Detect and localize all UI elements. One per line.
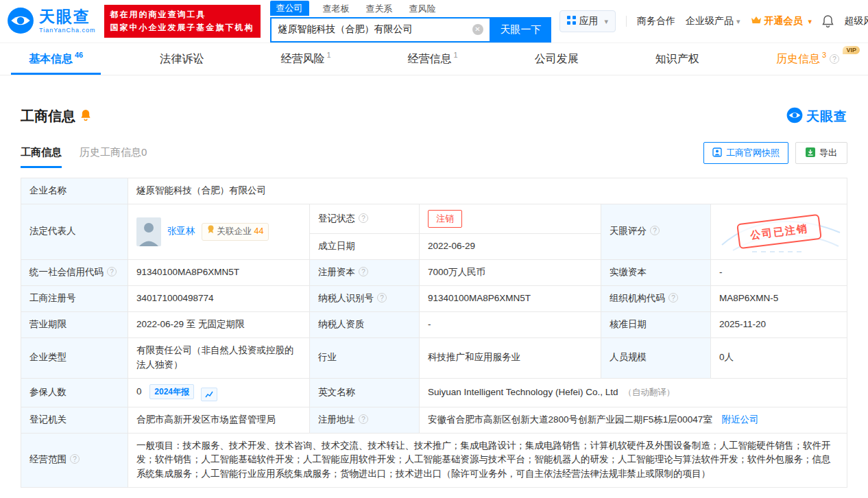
table-row: 经营范围 一般项目：技术服务、技术开发、技术咨询、技术交流、技术转让、技术推广；… [21,433,847,488]
help-icon[interactable] [359,213,368,223]
export-button[interactable]: 导出 [795,142,847,164]
tab-label: 经营信息 [408,52,452,67]
table-row: 企业类型 有限责任公司（非自然人投资或控股的法人独资） 行业 科技推广和应用服务… [21,337,847,378]
insured-value: 0 2024年报 [128,378,310,407]
table-row: 企业名称 燧原智能科技（合肥）有限公司 [21,178,847,204]
search-input-wrap [270,17,491,43]
notifications-bell-icon[interactable] [822,15,834,27]
export-button-label: 导出 [819,147,837,159]
section-title-text: 工商信息 [21,107,75,126]
address-label: 注册地址 [310,407,420,433]
credit-code-label: 统一社会信用代码 [21,259,128,285]
taxpayer-id-label: 纳税人识别号 [310,285,420,311]
paid-capital-label: 实缴资本 [601,259,711,285]
apps-menu-label: 应用 [579,15,599,27]
paid-capital-value: - [711,259,847,285]
reg-authority-value: 合肥市高新开发区市场监督管理局 [128,407,310,433]
approval-date-label: 核准日期 [601,311,711,337]
table-row: 参保人数 0 2024年报 英文名称 Suiyuan Intelligent T… [21,378,847,407]
table-row: 工商注册号 340171000498774 纳税人识别号 91340100MA8… [21,285,847,311]
tab-label: 历史信息 [776,52,820,67]
legal-rep-avatar[interactable] [136,217,161,246]
help-icon[interactable] [359,267,368,276]
insured-label: 参保人数 [21,378,128,407]
business-scope-value: 一般项目：技术服务、技术开发、技术咨询、技术交流、技术转让、技术推广；集成电路设… [128,433,847,488]
tab-history-info[interactable]: 历史信息 3 VIP [758,43,857,75]
crown-icon [751,16,762,27]
credit-code-value: 91340100MA8P6XMN5T [128,259,310,285]
search-tab-boss[interactable]: 查老板 [320,2,352,16]
watermark-logo-text: 天眼查 [806,108,847,126]
apps-menu-button[interactable]: 应用 [559,10,616,32]
tab-intellectual-property[interactable]: 知识产权 [638,43,717,75]
tab-company-development[interactable]: 公司发展 [517,43,596,75]
help-icon[interactable] [70,454,80,464]
company-name-value: 燧原智能科技（合肥）有限公司 [128,178,847,204]
subtab-business-info[interactable]: 工商信息 [21,146,62,168]
establish-date-label: 成立日期 [310,234,420,260]
nav-super-risk[interactable]: 超级风... [844,15,868,27]
vip-badge: VIP [843,46,860,54]
tab-label: 法律诉讼 [160,52,204,67]
business-term-label: 营业期限 [21,311,128,337]
nav-business-cooperation[interactable]: 商务合作 [637,15,675,27]
tab-label: 经营风险 [280,52,324,67]
tianyancha-logo[interactable]: 天眼查 TianYanCha.com [7,7,96,36]
reg-capital-value: 7000万人民币 [420,259,601,285]
tab-legal-litigation[interactable]: 法律诉讼 [142,43,221,75]
search-button[interactable]: 天眼一下 [491,17,551,43]
help-icon[interactable] [668,293,678,303]
apps-grid-icon [567,16,576,27]
clear-search-icon[interactable] [472,24,483,35]
company-name-label: 企业名称 [21,178,128,204]
search-tab-relation[interactable]: 查关系 [363,2,396,16]
snapshot-icon [712,147,722,159]
insured-count: 0 [136,386,142,396]
business-term-value: 2022-06-29 至 无固定期限 [128,311,310,337]
business-info-table: 企业名称 燧原智能科技（合肥）有限公司 法定代表人 张亚林 关联企业 44 [21,178,847,488]
snapshot-button-label: 工商官网快照 [726,147,780,159]
search-tab-company[interactable]: 查公司 [270,1,309,16]
subtab-history-business-info[interactable]: 历史工商信息0 [80,146,147,168]
address-value: 安徽省合肥市高新区创新大道2800号创新产业园二期F5栋1层00047室 附近公… [420,407,847,433]
search-input[interactable] [272,24,472,35]
promo-badge: 都在用的商业查询工具 国家中小企业发展子基金旗下机构 [104,5,261,37]
help-icon[interactable] [107,267,117,276]
legal-rep-link[interactable]: 张亚林 [167,224,195,239]
related-companies-label: 关联企业 [217,225,252,238]
tab-operating-info[interactable]: 经营信息 1 [390,43,476,75]
logo-subtext: TianYanCha.com [39,27,96,34]
search-tab-risk[interactable]: 查风险 [407,2,439,16]
reg-capital-label: 注册资本 [310,259,420,285]
export-excel-icon [806,147,815,159]
taxpayer-id-value: 91340100MA8P6XMN5T [420,285,601,311]
subscribe-bell-icon[interactable] [80,108,91,124]
nav-enterprise-products[interactable]: 企业级产品 [686,15,740,27]
tab-operating-risk[interactable]: 经营风险 1 [263,43,348,75]
nearby-companies-link[interactable]: 附近公司 [722,414,759,425]
help-icon[interactable] [377,293,387,303]
reg-number-label: 工商注册号 [21,285,128,311]
related-companies-tag[interactable]: 关联企业 44 [202,223,269,240]
english-name-value: Suiyuan Intelligent Technology (Hefei) C… [420,378,847,407]
help-icon[interactable] [830,54,839,64]
help-icon[interactable] [359,414,368,424]
table-row: 统一社会信用代码 91340100MA8P6XMN5T 注册资本 7000万人民… [21,259,847,285]
open-vip-label: 开通会员 [764,15,803,27]
nav-open-vip[interactable]: 开通会员 [751,15,812,27]
staff-size-label: 人员规模 [601,337,711,378]
official-snapshot-button[interactable]: 工商官网快照 [703,142,788,164]
insured-trend-icon[interactable] [201,388,217,401]
annual-report-tag[interactable]: 2024年报 [149,384,194,400]
tab-label: 知识产权 [655,52,699,67]
reg-number-value: 340171000498774 [128,285,310,311]
table-row: 登记机关 合肥市高新开发区市场监督管理局 注册地址 安徽省合肥市高新区创新大道2… [21,407,847,433]
score-cell: 公司已注销 [711,204,847,259]
tab-count: 1 [326,51,330,59]
tab-basic-info[interactable]: 基本信息 46 [11,43,101,75]
logo-text: 天眼查 [39,9,96,25]
help-icon[interactable] [650,226,660,235]
table-row: 营业期限 2022-06-29 至 无固定期限 纳税人资质 - 核准日期 202… [21,311,847,337]
tab-count: 1 [454,51,458,59]
promo-line1: 都在用的商业查询工具 [110,8,254,21]
